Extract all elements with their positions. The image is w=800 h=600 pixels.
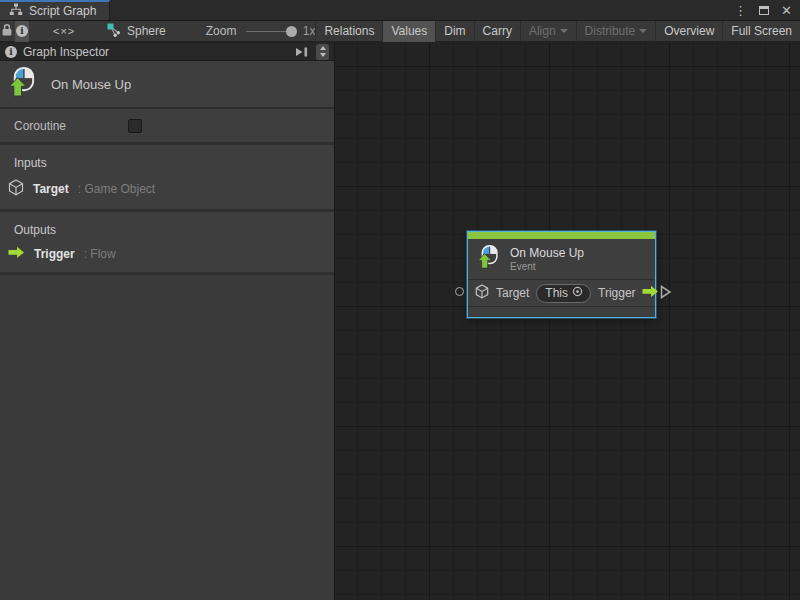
info-icon: i	[16, 25, 28, 37]
graph-target-label: Sphere	[127, 24, 166, 38]
graph-target[interactable]: Sphere	[107, 23, 166, 40]
toolbar-button-overview[interactable]: Overview	[655, 21, 722, 42]
script-graph-window: Script Graph ⋮ ✕ i <×>	[0, 0, 800, 600]
lock-icon	[1, 23, 13, 40]
output-port-type: : Flow	[84, 247, 116, 261]
inputs-section: Inputs Target : Game Object	[0, 145, 334, 212]
dock-icon[interactable]	[295, 43, 310, 61]
graph-inspector-header: i Graph Inspector	[0, 43, 334, 61]
dropdown-arrow-icon	[560, 29, 568, 33]
script-graph-icon	[9, 2, 23, 20]
code-icon: <×>	[53, 25, 75, 37]
node-header[interactable]: On Mouse Up Event	[468, 239, 655, 279]
node-color-bar	[468, 232, 655, 239]
zoom-value: 1x	[303, 24, 316, 38]
input-port-row: Target : Game Object	[0, 177, 334, 201]
arrow-down-icon	[320, 53, 326, 57]
input-port-type: : Game Object	[78, 182, 155, 196]
graph-node-icon	[107, 23, 121, 40]
output-port-row: Trigger : Flow	[0, 244, 334, 264]
edit-source-button[interactable]: <×>	[51, 21, 77, 42]
zoom-slider[interactable]	[246, 21, 296, 42]
toolbar-button-fullscreen[interactable]: Full Screen	[722, 21, 800, 42]
outputs-title: Outputs	[0, 218, 334, 244]
toolbar-button-carry[interactable]: Carry	[474, 21, 520, 42]
target-value-field[interactable]: This	[536, 284, 591, 303]
window-controls: ⋮ ✕	[734, 0, 800, 20]
graph-toolbar: i <×> Sphere Zoom 1x Re	[0, 21, 800, 42]
coroutine-row: Coroutine	[0, 109, 334, 145]
node-footer	[468, 306, 655, 317]
unit-title: On Mouse Up	[51, 77, 131, 92]
info-icon: i	[5, 46, 17, 58]
node-ports-row: Target This Trigger	[468, 279, 655, 306]
object-picker-icon[interactable]	[572, 286, 583, 300]
cube-icon	[475, 284, 489, 302]
arrow-up-icon	[320, 46, 326, 50]
scrubber-icon[interactable]	[316, 44, 329, 60]
node-target-label: Target	[496, 286, 529, 300]
tab-title: Script Graph	[29, 4, 96, 18]
node-input-port-icon[interactable]	[455, 287, 464, 296]
output-port-name: Trigger	[34, 247, 75, 261]
graph-canvas[interactable]: On Mouse Up Event Target This	[336, 43, 800, 600]
target-value: This	[545, 286, 568, 300]
close-icon[interactable]: ✕	[781, 4, 792, 17]
tab-script-graph[interactable]: Script Graph	[0, 0, 110, 20]
on-mouse-up-node[interactable]: On Mouse Up Event Target This	[467, 231, 656, 318]
node-output-port-icon[interactable]	[660, 285, 672, 303]
graph-inspector-panel: i Graph Inspector	[0, 43, 335, 600]
flow-arrow-icon	[642, 285, 659, 301]
coroutine-checkbox[interactable]	[128, 119, 142, 133]
node-trigger-label: Trigger	[598, 286, 636, 300]
dropdown-arrow-icon	[639, 29, 647, 33]
outputs-section: Outputs Trigger : Flow	[0, 212, 334, 275]
toolbar-button-dim[interactable]: Dim	[435, 21, 473, 42]
window-menu-icon[interactable]: ⋮	[734, 4, 747, 17]
toolbar-button-distribute[interactable]: Distribute	[576, 21, 656, 42]
on-mouse-up-icon	[8, 66, 37, 102]
trigger-port[interactable]: Trigger	[598, 285, 659, 301]
zoom-label: Zoom	[206, 24, 237, 38]
maximize-icon[interactable]	[759, 6, 769, 15]
toolbar-button-group: Relations Values Dim Carry Align Distrib…	[315, 21, 800, 42]
on-mouse-up-icon	[477, 244, 500, 274]
node-subtitle: Event	[510, 261, 584, 273]
inspector-toggle-button[interactable]: i	[15, 21, 30, 42]
inspector-empty-area	[0, 275, 334, 600]
node-title: On Mouse Up	[510, 246, 584, 261]
coroutine-label: Coroutine	[14, 119, 128, 133]
flow-arrow-icon	[8, 246, 25, 262]
input-port-name: Target	[33, 182, 69, 196]
graph-inspector-title: Graph Inspector	[23, 45, 289, 59]
cube-icon	[8, 179, 24, 199]
toolbar-button-align[interactable]: Align	[520, 21, 576, 42]
inputs-title: Inputs	[0, 151, 334, 177]
lock-button[interactable]	[0, 21, 15, 42]
titlebar: Script Graph ⋮ ✕	[0, 0, 800, 21]
toolbar-button-values[interactable]: Values	[382, 21, 435, 42]
unit-header: On Mouse Up	[0, 61, 334, 109]
zoom-slider-handle[interactable]	[286, 26, 297, 37]
toolbar-button-relations[interactable]: Relations	[315, 21, 382, 42]
